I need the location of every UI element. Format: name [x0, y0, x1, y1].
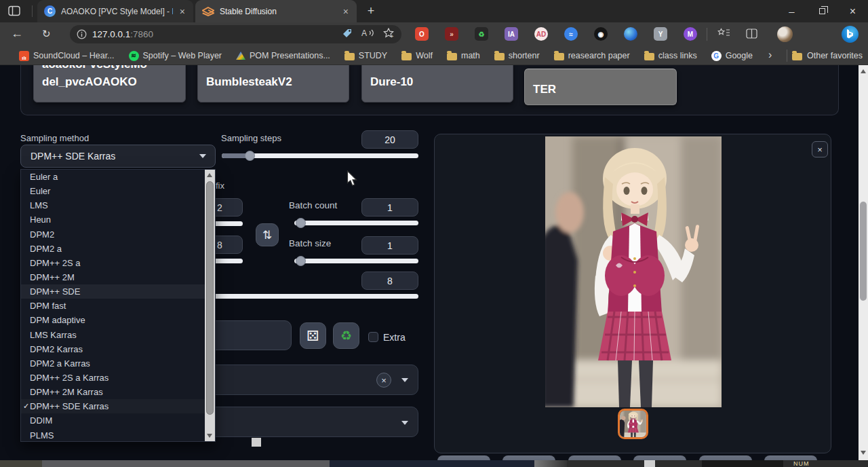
- site-info-icon[interactable]: [77, 29, 87, 39]
- bookmark-label: POM Presentations...: [250, 51, 330, 60]
- sampling-steps-slider[interactable]: [222, 153, 418, 158]
- clear-icon[interactable]: ×: [376, 373, 391, 388]
- swap-dimensions-button[interactable]: ⇅: [256, 223, 279, 246]
- sampler-option-dpm-2s-a-karras[interactable]: DPM++ 2S a Karras: [21, 371, 205, 385]
- sampler-option-ddim[interactable]: DDIM: [21, 413, 205, 428]
- tab-stable-diffusion[interactable]: Stable Diffusion ×: [195, 0, 357, 22]
- dropdown-scrollbar-thumb[interactable]: [206, 181, 214, 415]
- bookmark-reasearch-paper[interactable]: reasearch paper: [554, 51, 630, 60]
- trash-extension-icon[interactable]: ♻: [475, 27, 488, 41]
- scroll-down-icon[interactable]: [861, 451, 866, 455]
- chevron-down-icon: [401, 421, 408, 425]
- generated-image[interactable]: [545, 136, 722, 407]
- batch-size-input[interactable]: 1: [361, 236, 418, 255]
- batch-size-slider[interactable]: [294, 259, 418, 263]
- scroll-up-icon[interactable]: [861, 69, 866, 73]
- bookmark-class-links[interactable]: class links: [644, 51, 697, 60]
- dice-icon[interactable]: ⚄: [300, 322, 326, 349]
- sampler-option-heun[interactable]: Heun: [21, 212, 205, 227]
- bing-chat-icon[interactable]: [842, 26, 859, 43]
- slider-handle[interactable]: [296, 256, 306, 266]
- sampler-option-plms[interactable]: PLMS: [21, 428, 205, 443]
- collections-icon[interactable]: [717, 27, 730, 41]
- sampler-option-dpm-sde-karras[interactable]: ✓DPM++ SDE Karras: [21, 399, 205, 413]
- model-card-del-pvcaoaoko[interactable]: aoaokoPvcStyleMo del_pvcAOAOKO: [33, 65, 186, 102]
- bookmark-math[interactable]: math: [447, 51, 480, 60]
- sampler-option-euler[interactable]: Euler: [21, 184, 205, 198]
- page-scrollbar-thumb[interactable]: [860, 202, 867, 301]
- m-extension-icon[interactable]: M: [684, 27, 697, 41]
- gallery-thumbnail[interactable]: [618, 409, 648, 439]
- bookmark-pom-presentations[interactable]: POM Presentations...: [236, 51, 330, 60]
- sampler-option-euler-a[interactable]: Euler a: [21, 170, 205, 184]
- slider-handle[interactable]: [296, 218, 306, 228]
- shazam-extension-icon[interactable]: ≈: [564, 27, 578, 41]
- ia-extension-icon[interactable]: IA: [505, 27, 518, 41]
- sampler-option-dpm2-a[interactable]: DPM2 a: [21, 242, 205, 256]
- profile-avatar[interactable]: [777, 26, 793, 42]
- tag-icon[interactable]: [342, 28, 353, 41]
- favorite-star-icon[interactable]: +: [383, 28, 395, 41]
- o-extension-icon[interactable]: O: [415, 27, 429, 41]
- split-screen-icon[interactable]: [746, 29, 757, 41]
- scroll-down-icon[interactable]: [207, 434, 212, 438]
- bookmark-study[interactable]: STUDY: [344, 51, 387, 60]
- bookmarks-overflow-icon[interactable]: ›: [768, 49, 772, 61]
- close-button[interactable]: ×: [837, 0, 868, 22]
- slider-handle[interactable]: [245, 151, 255, 161]
- y-extension-icon[interactable]: Y: [654, 27, 667, 41]
- sampler-option-dpm-2m[interactable]: DPM++ 2M: [21, 270, 205, 284]
- sampler-option-dpm2-karras[interactable]: DPM2 Karras: [21, 342, 205, 356]
- read-aloud-icon[interactable]: A: [361, 28, 374, 41]
- fast-forward-extension-icon[interactable]: »: [445, 27, 458, 41]
- globe-extension-icon[interactable]: [624, 27, 637, 41]
- url-text[interactable]: 127.0.0.1:7860: [92, 29, 153, 39]
- model-card-bumblesteakv2[interactable]: BumblesteakV2: [197, 65, 349, 102]
- bookmark-spotify-web-player[interactable]: ≋Spotify – Web Player: [129, 51, 222, 61]
- other-favorites[interactable]: Other favorites: [792, 46, 863, 65]
- sampler-option-dpm2-a-karras[interactable]: DPM2 a Karras: [21, 356, 205, 371]
- tab-actions-icon[interactable]: [8, 5, 20, 19]
- bookmark-shortenr[interactable]: shortenr: [494, 51, 540, 60]
- sampler-option-dpm-2m-karras[interactable]: DPM++ 2M Karras: [21, 385, 205, 399]
- bookmark-google[interactable]: GGoogle: [711, 51, 753, 61]
- tab-close-icon[interactable]: ×: [342, 7, 350, 16]
- dropdown-scrollbar[interactable]: [205, 170, 215, 441]
- sampler-option-label: DPM2 a Karras: [30, 358, 90, 369]
- extra-checkbox[interactable]: [368, 332, 378, 342]
- bookmark-wolf[interactable]: Wolf: [401, 51, 433, 60]
- tab-title: Stable Diffusion: [220, 7, 336, 16]
- model-card-dure-10[interactable]: Dure-10: [361, 65, 513, 102]
- sampling-method-select[interactable]: DPM++ SDE Karras: [20, 145, 216, 168]
- bookmarks-divider: [787, 50, 787, 62]
- minimize-button[interactable]: –: [776, 0, 807, 22]
- cfg-scale-input[interactable]: 8: [361, 272, 418, 290]
- batch-count-slider[interactable]: [294, 221, 418, 225]
- back-icon[interactable]: ←: [11, 26, 23, 41]
- tab-civitai[interactable]: C AOAOKO [PVC Style Model] - PV ×: [37, 0, 193, 22]
- sampling-steps-input[interactable]: 20: [361, 130, 418, 149]
- new-tab-button[interactable]: +: [362, 2, 380, 20]
- pin-extension-icon[interactable]: ◉: [594, 27, 608, 41]
- gallery-close-button[interactable]: ×: [812, 141, 828, 157]
- sampler-option-dpm2[interactable]: DPM2: [21, 227, 205, 242]
- sampler-option-dpm-fast[interactable]: DPM fast: [21, 299, 205, 313]
- adblock-extension-icon[interactable]: AD: [534, 27, 548, 41]
- reload-icon[interactable]: ↻: [42, 28, 51, 40]
- google-icon: G: [711, 51, 722, 61]
- tab-close-icon[interactable]: ×: [178, 7, 186, 16]
- sampler-option-lms-karras[interactable]: LMS Karras: [21, 328, 205, 342]
- sampler-option-label: LMS Karras: [30, 330, 77, 340]
- recycle-icon[interactable]: ♻: [333, 322, 359, 349]
- page-scrollbar[interactable]: [859, 65, 868, 467]
- sampler-option-dpm-sde[interactable]: DPM++ SDE: [21, 284, 205, 299]
- sampler-option-dpm-2s-a[interactable]: DPM++ 2S a: [21, 256, 205, 270]
- batch-count-input[interactable]: 1: [361, 198, 418, 217]
- restore-button[interactable]: [807, 0, 837, 22]
- sampler-option-lms[interactable]: LMS: [21, 198, 205, 212]
- bookmark-soundcloud-hear[interactable]: ılıSoundCloud – Hear...: [19, 51, 115, 61]
- sampler-option-dpm-adaptive[interactable]: DPM adaptive: [21, 313, 205, 327]
- model-card-ter[interactable]: TER: [524, 69, 677, 105]
- address-bar[interactable]: 127.0.0.1:7860 A +: [70, 25, 401, 43]
- scroll-up-icon[interactable]: [207, 173, 212, 177]
